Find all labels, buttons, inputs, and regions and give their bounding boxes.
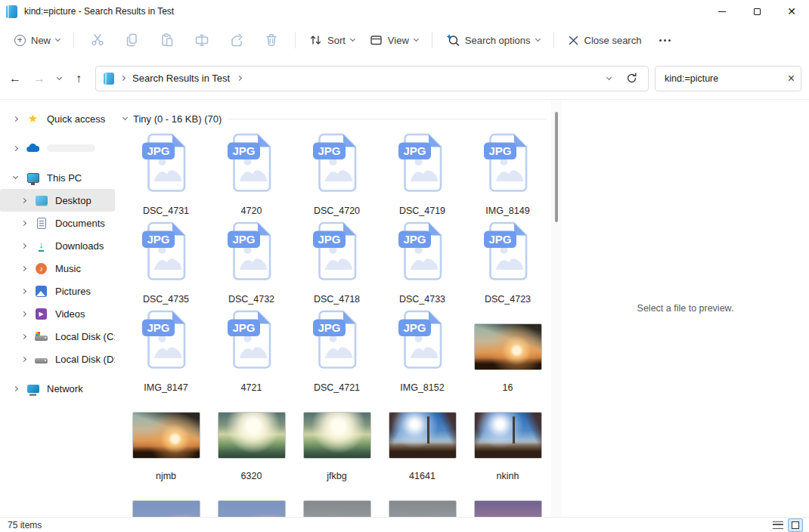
back-button[interactable]: ← [3,66,27,91]
file-tile[interactable]: 4721 [209,307,294,395]
file-tile[interactable]: IMG_8149 [465,130,550,218]
close-button[interactable]: ✕ [774,0,809,23]
scrollbar-thumb[interactable] [555,112,558,222]
jpg-file-icon [141,135,191,193]
group-header[interactable]: Tiny (0 - 16 KB) (70) [123,110,551,127]
rename-button[interactable] [185,28,219,52]
sidebar-item-pictures[interactable]: Pictures [0,280,115,302]
thumbnail-view-button[interactable] [788,518,803,532]
sidebar-item-videos[interactable]: ▶ Videos [0,302,115,325]
file-tile[interactable]: DSC_4723 [465,218,550,307]
sidebar-item-desktop[interactable]: Desktop [0,189,115,212]
maximize-icon [754,8,761,15]
address-bar[interactable]: Search Results in Test [95,66,649,91]
share-button[interactable] [220,28,253,52]
file-tile[interactable] [294,484,380,517]
file-tile[interactable]: DSC_4733 [380,218,465,307]
chevron-down-icon [414,36,419,42]
image-thumbnail [389,500,457,517]
file-tile[interactable]: DSC_4735 [123,218,209,307]
sidebar-item-music[interactable]: ♪ Music [0,257,115,280]
copy-button[interactable] [116,28,149,52]
jpg-file-icon [483,223,533,282]
navigation-pane: ★ Quick access This PC Desktop [0,100,115,517]
jpg-file-icon [398,223,448,282]
file-tile[interactable]: DSC_4718 [294,218,380,307]
more-icon [656,39,674,42]
sidebar-item-downloads[interactable]: ↓ Downloads [0,234,115,257]
file-tile[interactable]: 41641 [380,395,465,484]
folder-icon [104,73,114,85]
file-tile[interactable]: nkinh [465,395,550,484]
file-tile[interactable]: 16 [465,307,550,395]
sidebar-item-documents[interactable]: Documents [0,212,115,234]
sidebar-item-local-disk-c[interactable]: Local Disk (C:) [0,325,115,348]
file-tile[interactable]: DSC_4719 [380,130,465,218]
sidebar-item-onedrive[interactable] [0,137,115,159]
back-arrow-icon: ← [9,72,21,85]
chevron-right-icon [20,288,26,293]
up-button[interactable]: ↑ [67,66,91,91]
cut-button[interactable] [81,28,114,52]
search-options-button[interactable]: Search options [439,29,547,52]
file-tile[interactable] [380,484,465,517]
vertical-scrollbar[interactable] [551,100,562,517]
paste-button[interactable] [150,28,184,52]
file-tile[interactable]: IMG_8147 [123,307,209,395]
file-name: DSC_4735 [143,294,189,305]
sidebar-item-this-pc[interactable]: This PC [0,166,115,189]
sidebar-item-network[interactable]: Network [0,377,115,400]
command-toolbar: New Sort View [0,23,809,57]
file-tile[interactable]: DSC_4720 [294,130,380,218]
file-grid: DSC_4731 4720 DSC_4720 DSC_4719 IMG_8149 [123,130,551,517]
items-count: 75 items [8,520,42,530]
details-view-button[interactable] [773,521,783,529]
delete-button[interactable] [255,28,288,52]
plus-icon [14,35,26,46]
jpg-file-icon [141,223,191,282]
address-dropdown-button[interactable] [601,66,616,91]
file-name: njmb [156,471,176,481]
forward-button[interactable]: → [27,66,51,91]
file-tile[interactable]: DSC_4731 [123,130,209,218]
file-tile[interactable]: jfkbg [294,395,380,484]
sidebar-item-label: Music [55,263,81,274]
file-name: DSC_4732 [228,294,274,305]
recent-locations-button[interactable] [51,66,67,91]
file-tile[interactable]: IMG_8152 [380,307,465,395]
sidebar-item-local-disk-d[interactable]: Local Disk (D:) [0,348,115,370]
file-tile[interactable] [209,484,294,517]
drive-icon [35,330,48,343]
refresh-button[interactable] [619,66,643,91]
more-options-button[interactable] [649,34,680,47]
toolbar-separator [73,32,74,48]
jpg-file-icon [312,135,362,193]
minimize-button[interactable] [705,0,739,23]
refresh-icon [626,73,637,84]
toolbar-separator [295,32,296,48]
search-box[interactable]: kind:=picture × [655,66,801,91]
jpg-file-icon [227,135,277,193]
file-tile[interactable]: DSC_4721 [294,307,380,395]
sort-button[interactable]: Sort [302,29,361,51]
close-search-button[interactable]: Close search [561,29,649,51]
clear-search-icon[interactable]: × [788,73,795,85]
file-tile[interactable]: njmb [123,395,209,484]
onedrive-cloud-icon [26,142,39,155]
jpg-file-icon [312,311,362,370]
file-tile[interactable] [465,484,550,517]
search-results-app-icon [6,5,17,18]
file-tile[interactable]: 6320 [209,395,294,484]
maximize-button[interactable] [739,0,774,23]
new-button[interactable]: New [8,29,67,51]
file-tile[interactable] [123,484,209,517]
sidebar-item-quick-access[interactable]: ★ Quick access [0,107,115,130]
chevron-down-icon [56,74,61,79]
search-input[interactable]: kind:=picture [665,73,788,84]
star-icon: ★ [26,113,39,125]
preview-placeholder: Select a file to preview. [637,303,734,314]
view-button[interactable]: View [363,29,425,51]
breadcrumb[interactable]: Search Results in Test [132,73,230,84]
file-tile[interactable]: DSC_4732 [209,218,294,307]
file-tile[interactable]: 4720 [209,130,294,218]
